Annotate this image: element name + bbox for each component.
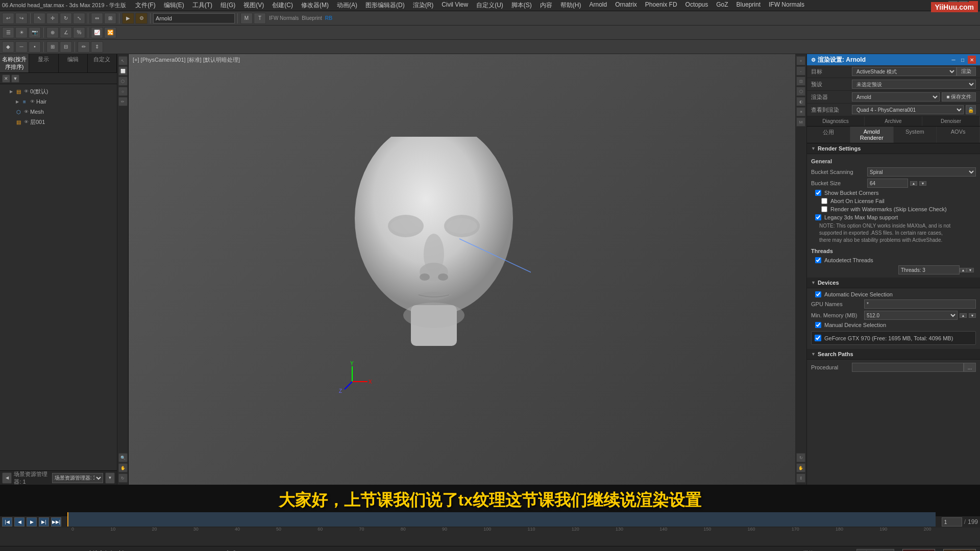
eye-3[interactable]: 👁 <box>24 109 29 114</box>
sc-fence-btn[interactable]: ⬡ <box>118 77 128 86</box>
target-select[interactable]: ActiveShade 模式 <box>852 67 957 76</box>
bucket-size-up[interactable]: ▲ <box>910 181 917 186</box>
arnold-close-btn[interactable]: ✕ <box>968 56 976 64</box>
vc-fit-btn[interactable]: ⊡ <box>796 77 805 86</box>
scale-btn[interactable]: ⤡ <box>73 13 85 24</box>
bucket-size-down[interactable]: ▼ <box>919 181 926 186</box>
poly-btn[interactable]: ◆ <box>2 41 14 53</box>
menu-item-m[interactable]: 修改器(M) <box>297 0 333 11</box>
tree-item-hair[interactable]: ▶ ≡ 👁 Hair <box>0 96 117 107</box>
vc-dolly-btn[interactable]: ⇕ <box>796 473 805 483</box>
menu-item-t[interactable]: 工具(T) <box>188 0 216 11</box>
menu-item-[interactable]: 内容 <box>536 0 556 11</box>
arnold-minimize-btn[interactable]: ─ <box>949 56 958 64</box>
light-btn[interactable]: ☀ <box>15 27 28 38</box>
expand-btn-hair[interactable]: ▶ <box>14 98 20 105</box>
menu-item-ifwnormals[interactable]: IFW Normals <box>765 0 808 11</box>
render-watermarks-cb[interactable] <box>821 206 827 212</box>
devices-header[interactable]: ▼ Devices <box>807 278 980 288</box>
legacy-support-cb[interactable] <box>815 214 821 220</box>
render-btn[interactable]: ▶ <box>122 13 134 24</box>
connect-btn[interactable]: ⊞ <box>46 41 59 53</box>
tab-aovs[interactable]: AOVs <box>937 127 980 143</box>
tab-arnold-renderer[interactable]: Arnold Renderer <box>850 127 894 143</box>
tab-diagnostics[interactable]: Diagnostics <box>807 116 865 126</box>
scene-options-btn[interactable]: ▼ <box>105 472 115 484</box>
threads-value-input[interactable] <box>898 265 960 274</box>
menu-item-ornatrix[interactable]: Ornatrix <box>611 0 641 11</box>
min-memory-down[interactable]: ▼ <box>969 313 976 318</box>
auto-key-btn[interactable]: 自动关键点 <box>902 549 935 552</box>
tab-display[interactable]: 显示 <box>29 54 58 72</box>
snap-btn[interactable]: ⊕ <box>46 27 59 38</box>
min-memory-up[interactable]: ▲ <box>960 313 967 318</box>
path-input[interactable] <box>153 13 235 23</box>
preset-select[interactable]: 未选定预设 <box>852 80 976 89</box>
tree-item-layer001[interactable]: ▤ 👁 层001 <box>0 117 117 127</box>
procedural-browse-btn[interactable]: ... <box>964 363 976 372</box>
threads-up[interactable]: ▲ <box>960 268 967 272</box>
set-key-btn[interactable]: 设置关键点 <box>943 549 976 552</box>
close-panel-btn[interactable]: ✕ <box>2 74 10 83</box>
vc-light-btn[interactable]: ☀ <box>796 107 805 116</box>
tab-name-sort[interactable]: 名称(按升序排序) <box>0 54 29 72</box>
view-select[interactable]: Quad 4 - PhysCamera001 <box>852 105 964 114</box>
menu-item-phoenixfd[interactable]: Phoenix FD <box>641 0 681 11</box>
percent-snap-btn[interactable]: % <box>73 27 85 38</box>
menu-item-f[interactable]: 文件(F) <box>131 0 159 11</box>
show-bucket-corners-cb[interactable] <box>815 190 821 196</box>
tab-archive[interactable]: Archive <box>865 116 922 126</box>
renderer-select[interactable]: Arnold <box>852 92 940 102</box>
arnold-restore-btn[interactable]: □ <box>959 56 967 64</box>
sc-select-btn[interactable]: ↖ <box>118 56 128 65</box>
prev-frame-btn[interactable]: ◀ <box>14 517 24 527</box>
curve-editor-btn[interactable]: 📈 <box>91 27 103 38</box>
menu-item-blueprint[interactable]: Blueprint <box>732 0 765 11</box>
sc-paint-btn[interactable]: ✏ <box>118 97 128 106</box>
menu-item-e[interactable]: 编辑(E) <box>160 0 188 11</box>
menu-item-g[interactable]: 组(G) <box>216 0 239 11</box>
menu-item-v[interactable]: 视图(V) <box>239 0 268 11</box>
move-btn[interactable]: ✛ <box>46 13 59 24</box>
menu-item-r[interactable]: 渲染(R) <box>409 0 438 11</box>
auto-device-cb[interactable] <box>815 291 821 297</box>
render-btn[interactable]: 渲染 <box>957 67 976 76</box>
autodetect-threads-cb[interactable] <box>815 257 821 263</box>
align-btn[interactable]: ⊞ <box>104 13 116 24</box>
manual-device-cb[interactable] <box>815 322 821 328</box>
redo-btn[interactable]: ↪ <box>15 13 28 24</box>
expand-panel-btn[interactable]: ▼ <box>11 74 19 83</box>
menu-item-goz[interactable]: GoZ <box>712 0 732 11</box>
texture-btn[interactable]: T <box>254 13 266 24</box>
render-setup-btn[interactable]: ⚙ <box>135 13 148 24</box>
menu-item-arnold[interactable]: Arnold <box>585 0 611 11</box>
min-memory-select[interactable]: 512.0 <box>864 311 958 320</box>
threads-down[interactable]: ▼ <box>967 268 974 272</box>
rotate-btn[interactable]: ↻ <box>60 13 72 24</box>
edge-btn[interactable]: ─ <box>15 41 28 53</box>
tab-denoiser[interactable]: Denoiser <box>922 116 980 126</box>
tree-item-layer0[interactable]: ▶ ▤ 👁 0(默认) <box>0 86 117 96</box>
eye-2[interactable]: 👁 <box>30 99 35 104</box>
menu-item-d[interactable]: 图形编辑器(D) <box>361 0 409 11</box>
add-time-tag-btn[interactable]: 添加时间标记 <box>856 549 894 552</box>
vc-wireframe-btn[interactable]: ⬡ <box>796 87 805 96</box>
bucket-size-input[interactable] <box>867 179 908 188</box>
material-btn[interactable]: M <box>240 13 253 24</box>
menu-item-u[interactable]: 自定义(U) <box>472 0 507 11</box>
paint-btn[interactable]: ✏ <box>78 41 90 53</box>
go-end-btn[interactable]: ▶▶| <box>51 517 61 527</box>
menu-item-octopus[interactable]: Octopus <box>681 0 713 11</box>
tab-gongyon[interactable]: 公用 <box>807 127 850 143</box>
sc-region-btn[interactable]: ⬜ <box>118 66 128 76</box>
render-settings-header[interactable]: ▼ Render Settings <box>807 143 980 154</box>
vc-zoom-btn[interactable]: + <box>796 56 805 65</box>
vertex-btn[interactable]: • <box>29 41 41 53</box>
tree-item-mesh[interactable]: ⬡ 👁 Mesh <box>0 107 117 117</box>
menu-item-h[interactable]: 帮助(H) <box>556 0 585 11</box>
current-frame-input[interactable]: 1 <box>942 517 962 527</box>
vc-pan-btn[interactable]: ✋ <box>796 463 805 472</box>
sc-lasso-btn[interactable]: ○ <box>118 87 128 96</box>
scene-select[interactable]: 场景资源管理器: 1 <box>52 473 103 483</box>
vc-mat-btn[interactable]: M <box>796 117 805 127</box>
